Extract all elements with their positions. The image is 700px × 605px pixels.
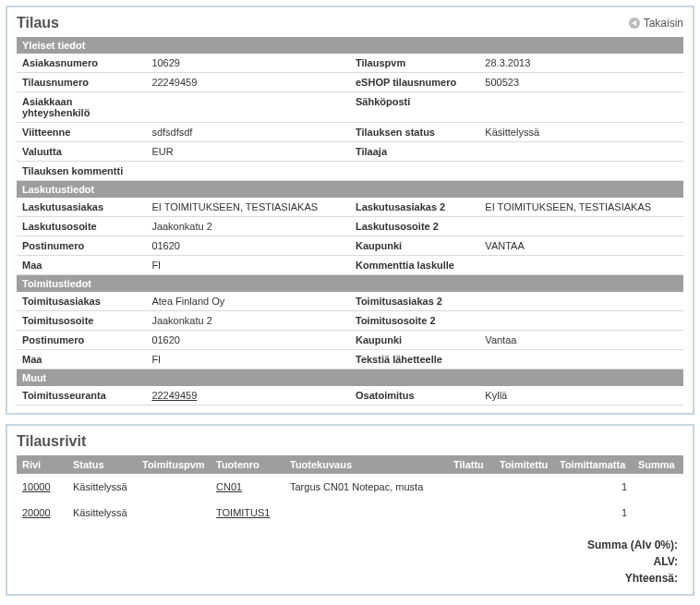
lines-title: Tilausrivit [17, 433, 683, 450]
col-product-no: Tuotenro [211, 455, 284, 474]
value-deliv-address2 [479, 311, 683, 331]
value-deliv-note [479, 350, 683, 369]
total-label: Yhteensä: [625, 572, 678, 585]
value-contact [146, 92, 350, 123]
value-deliv-city: Vantaa [479, 331, 683, 350]
value-partial: Kyllä [479, 386, 683, 405]
label-order-number: Tilausnumero [17, 73, 146, 92]
label-bill-address: Laskutusosoite [17, 217, 146, 236]
label-bill-city: Kaupunki [350, 236, 479, 256]
label-deliv-address2: Toimitusosoite 2 [350, 311, 479, 331]
delivery-fields: Toimitusasiakas Atea Finland Oy Toimitus… [17, 292, 683, 369]
label-deliv-postal: Postinumero [17, 331, 146, 350]
totals-block: Summa (Alv 0%): ALV: Yhteensä: [17, 537, 683, 587]
col-delivered: Toimitettu [494, 455, 554, 474]
row-link[interactable]: 10000 [22, 481, 51, 492]
row-ordered [448, 500, 494, 526]
label-contact: Asiakkaan yhteyshenkilö [17, 92, 146, 123]
col-row: Rivi [17, 455, 67, 474]
order-panel-header: Tilaus Takaisin [17, 15, 683, 31]
label-order-date: Tilauspvm [350, 54, 479, 73]
back-label: Takaisin [644, 17, 683, 30]
value-order-comment [146, 162, 683, 181]
value-deliv-customer: Atea Finland Oy [146, 292, 350, 311]
product-link[interactable]: TOIMITUS1 [216, 507, 270, 518]
row-description [284, 500, 448, 526]
label-bill-postal: Postinumero [17, 236, 146, 256]
value-email [479, 92, 683, 123]
page-title: Tilaus [17, 15, 59, 31]
label-bill-customer2: Laskutusasiakas 2 [350, 198, 479, 217]
value-deliv-postal: 01620 [146, 331, 350, 350]
value-deliv-address: Jaakonkatu 2 [146, 311, 350, 331]
order-panel: Tilaus Takaisin Yleiset tiedot Asiakasnu… [6, 6, 694, 415]
value-bill-city: VANTAA [479, 236, 683, 256]
row-delivery-date [137, 474, 211, 500]
row-status: Käsittelyssä [67, 474, 137, 500]
label-bill-country: Maa [17, 256, 146, 275]
label-order-comment: Tilauksen kommentti [17, 162, 146, 181]
vat-label: ALV: [654, 555, 678, 568]
row-undelivered: 1 [554, 500, 633, 526]
table-row: 10000 Käsittelyssä CN01 Targus CN01 Note… [17, 474, 683, 500]
value-bill-postal: 01620 [146, 236, 350, 256]
tracking-link[interactable]: 22249459 [151, 390, 197, 401]
label-bill-customer: Laskutusasiakas [17, 198, 146, 217]
value-status: Käsittelyssä [479, 123, 683, 142]
product-link[interactable]: CN01 [216, 481, 242, 492]
general-fields: Asiakasnumero 10629 Tilauspvm 28.3.2013 … [17, 54, 683, 181]
label-tracking: Toimitusseuranta [17, 386, 146, 405]
row-link[interactable]: 20000 [22, 507, 51, 518]
row-sum [633, 500, 683, 526]
label-email: Sähköposti [350, 92, 479, 123]
value-bill-address: Jaakonkatu 2 [146, 217, 350, 236]
label-orderer: Tilaaja [350, 142, 479, 162]
row-description: Targus CN01 Notepac, musta [284, 474, 448, 500]
value-bill-customer2: EI TOIMITUKSEEN, TESTIASIAKAS [479, 198, 683, 217]
section-general-header: Yleiset tiedot [17, 37, 683, 54]
label-invoice-comment: Kommenttia laskulle [350, 256, 479, 275]
label-reference: Viitteenne [17, 123, 146, 142]
value-order-date: 28.3.2013 [479, 54, 683, 73]
value-deliv-customer2 [479, 292, 683, 311]
label-partial: Osatoimitus [350, 386, 479, 405]
col-undelivered: Toimittamatta [554, 455, 633, 474]
value-eshop-number: 500523 [479, 73, 683, 92]
row-status: Käsittelyssä [67, 500, 137, 526]
value-bill-country: FI [146, 256, 350, 275]
col-delivery-date: Toimituspvm [137, 455, 211, 474]
label-deliv-customer: Toimitusasiakas [17, 292, 146, 311]
row-sum [633, 474, 683, 500]
value-bill-customer: EI TOIMITUKSEEN, TESTIASIAKAS [146, 198, 350, 217]
col-sum: Summa [633, 455, 683, 474]
value-invoice-comment [479, 256, 683, 275]
label-status: Tilauksen status [350, 123, 479, 142]
col-status: Status [67, 455, 137, 474]
row-ordered [448, 474, 494, 500]
value-bill-address2 [479, 217, 683, 236]
section-billing-header: Laskutustiedot [17, 181, 683, 198]
section-other-header: Muut [17, 369, 683, 386]
row-delivered [494, 474, 554, 500]
order-lines-table: Rivi Status Toimituspvm Tuotenro Tuoteku… [17, 455, 683, 526]
value-orderer [479, 142, 683, 162]
lines-header-row: Rivi Status Toimituspvm Tuotenro Tuoteku… [17, 455, 683, 474]
back-arrow-icon [629, 18, 640, 29]
row-delivery-date [137, 500, 211, 526]
value-currency: EUR [146, 142, 350, 162]
section-delivery-header: Toimitustiedot [17, 275, 683, 292]
col-ordered: Tilattu [448, 455, 494, 474]
order-lines-panel: Tilausrivit Rivi Status Toimituspvm Tuot… [6, 424, 694, 596]
billing-fields: Laskutusasiakas EI TOIMITUKSEEN, TESTIAS… [17, 198, 683, 275]
value-customer-number: 10629 [146, 54, 350, 73]
row-delivered [494, 500, 554, 526]
label-deliv-address: Toimitusosoite [17, 311, 146, 331]
table-row: 20000 Käsittelyssä TOIMITUS1 1 [17, 500, 683, 526]
label-deliv-customer2: Toimitusasiakas 2 [350, 292, 479, 311]
label-eshop-number: eSHOP tilausnumero [350, 73, 479, 92]
back-button[interactable]: Takaisin [629, 17, 683, 30]
col-description: Tuotekuvaus [284, 455, 448, 474]
value-reference: sdfsdfsdf [146, 123, 350, 142]
value-order-number: 22249459 [146, 73, 350, 92]
subtotal-label: Summa (Alv 0%): [587, 538, 678, 551]
